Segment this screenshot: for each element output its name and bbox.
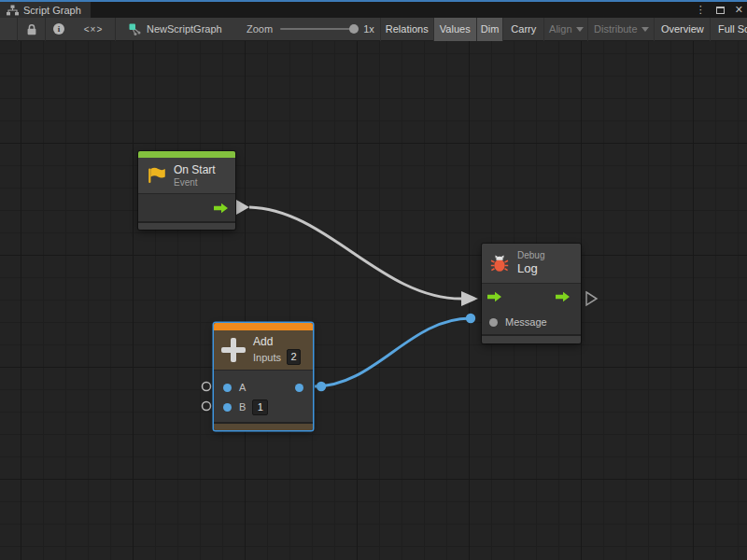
- on-start-header: On Start Event: [138, 158, 235, 193]
- message-port-label: Message: [505, 316, 547, 328]
- chevron-down-icon: [576, 27, 584, 32]
- info-icon: i: [53, 23, 64, 35]
- tab-title: Script Graph: [23, 5, 81, 16]
- event-accent-bar: [138, 151, 235, 158]
- graph-info-button[interactable]: i: [46, 18, 72, 41]
- align-button[interactable]: Align: [543, 18, 587, 41]
- on-start-footer: [138, 221, 235, 230]
- on-start-subtitle: Event: [174, 177, 216, 189]
- carry-button[interactable]: Carry: [502, 18, 543, 41]
- script-graph-window: Script Graph ⋮ ✕ i <×>: [0, 0, 747, 560]
- graph-inspector-icon: <×>: [84, 24, 104, 35]
- zoom-slider[interactable]: [280, 28, 357, 30]
- add-accent-bar: [214, 323, 313, 330]
- tab-bar: Script Graph: [0, 2, 747, 18]
- values-button[interactable]: Values: [433, 18, 476, 41]
- on-start-body: [138, 193, 235, 221]
- add-header: Add Inputs 2: [214, 330, 313, 370]
- flow-output-arrow-icon[interactable]: [555, 291, 571, 302]
- zoom-slider-handle[interactable]: [349, 24, 359, 34]
- port-a-input[interactable]: [223, 384, 232, 392]
- add-footer: [214, 422, 313, 430]
- port-b-label: B: [239, 401, 246, 413]
- chevron-down-icon: [641, 27, 649, 32]
- on-start-title: On Start: [174, 163, 216, 177]
- node-debug-log[interactable]: Debug Log Message: [482, 244, 581, 343]
- flag-icon: [146, 166, 166, 185]
- fullscreen-button[interactable]: Full Screen: [710, 18, 747, 41]
- lock-icon: [26, 23, 37, 35]
- zoom-value: 1x: [363, 23, 374, 35]
- toolbar-buttons: Relations Values Dim Carry Align Distrib…: [380, 18, 747, 41]
- graph-toolbar: i <×> NewScriptGraph Zoom 1x Relations: [0, 18, 747, 41]
- tab-script-graph[interactable]: Script Graph: [0, 2, 91, 18]
- overview-button[interactable]: Overview: [654, 18, 710, 41]
- script-graph-tab-icon: [7, 5, 19, 16]
- graph-canvas[interactable]: [0, 41, 747, 560]
- window-controls: ⋮ ✕: [696, 2, 743, 18]
- debug-log-body: Message: [482, 283, 581, 334]
- debug-log-header: Debug Log: [482, 244, 581, 283]
- zoom-control: Zoom 1x: [247, 23, 374, 35]
- window-close-icon[interactable]: ✕: [735, 2, 743, 18]
- graph-breadcrumb[interactable]: NewScriptGraph: [116, 23, 237, 35]
- window-menu-icon[interactable]: ⋮: [696, 2, 706, 18]
- distribute-button[interactable]: Distribute: [587, 18, 654, 41]
- relations-button[interactable]: Relations: [380, 18, 433, 41]
- plus-icon: [221, 338, 246, 362]
- dim-button[interactable]: Dim: [476, 18, 503, 41]
- debug-log-category: Debug: [517, 250, 544, 261]
- add-inputs-label: Inputs: [253, 352, 281, 363]
- debug-log-footer: [482, 334, 581, 343]
- bug-icon: [489, 254, 510, 273]
- node-on-start[interactable]: On Start Event: [138, 151, 235, 230]
- add-title: Add: [253, 335, 301, 349]
- lock-graph-button[interactable]: [18, 18, 45, 41]
- node-add[interactable]: Add Inputs 2 A B 1: [214, 323, 313, 430]
- port-a-label: A: [239, 382, 246, 393]
- debug-log-title: Log: [517, 261, 544, 276]
- add-inputs-count-field[interactable]: 2: [287, 349, 301, 365]
- port-b-input[interactable]: [223, 403, 232, 412]
- graph-name: NewScriptGraph: [147, 23, 222, 35]
- message-port[interactable]: [489, 318, 498, 327]
- script-graph-asset-icon: [129, 23, 141, 35]
- flow-input-arrow-icon[interactable]: [486, 291, 502, 302]
- zoom-label: Zoom: [247, 23, 273, 35]
- window-maximize-icon[interactable]: [716, 7, 725, 14]
- flow-output-arrow-icon[interactable]: [213, 203, 229, 214]
- graph-inspector-toggle[interactable]: <×>: [72, 18, 115, 41]
- add-body: A B 1: [214, 370, 313, 422]
- result-output-port[interactable]: [295, 384, 303, 392]
- port-b-value-field[interactable]: 1: [252, 399, 268, 415]
